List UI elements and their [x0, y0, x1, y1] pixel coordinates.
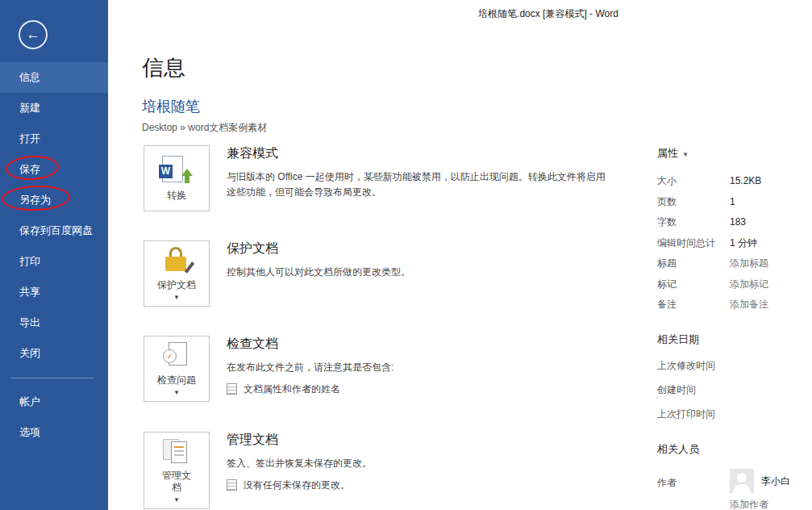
sidebar-item-new[interactable]: 新建 [0, 93, 108, 123]
add-comments-link[interactable]: 添加备注 [730, 298, 768, 311]
protect-document-button[interactable]: 保护文档 ▾ [144, 240, 210, 307]
property-row-editing-time: 编辑时间总计 1 分钟 [657, 236, 810, 250]
document-title: 培根随笔 [142, 97, 200, 116]
manage-bullet-row: 没有任何未保存的更改。 [227, 479, 372, 492]
property-label: 字数 [657, 215, 730, 229]
sidebar-item-share[interactable]: 共享 [0, 277, 108, 307]
property-row-comments: 备注 添加备注 [657, 298, 810, 311]
manage-bullet-text: 没有任何未保存的更改。 [244, 479, 350, 492]
sidebar-item-account[interactable]: 帐户 [0, 387, 108, 417]
manage-button-label: 管理文档 [159, 470, 194, 494]
check-issues-button-label: 检查问题 [157, 374, 196, 387]
property-label: 编辑时间总计 [657, 236, 730, 250]
add-author-link[interactable]: 添加作者 [730, 498, 810, 510]
property-label: 标记 [657, 278, 730, 291]
back-arrow-icon: ← [27, 27, 40, 43]
last-modified-label: 上次修改时间 [657, 359, 810, 373]
author-person[interactable]: 李小白 [730, 469, 790, 493]
page-title: 信息 [142, 53, 185, 82]
chevron-down-icon: ▾ [684, 150, 688, 158]
property-row-size: 大小 15.2KB [657, 174, 810, 188]
manage-description: 签入、签出并恢复未保存的更改。 [227, 456, 372, 471]
inspect-heading: 检查文档 [227, 336, 394, 353]
inspect-bullet-text: 文档属性和作者的姓名 [244, 382, 340, 396]
unsaved-changes-icon [227, 479, 237, 491]
convert-button-label: 转换 [167, 190, 186, 202]
property-value: 15.2KB [730, 175, 761, 186]
property-row-pages: 页数 1 [657, 195, 810, 209]
author-row: 作者 李小白 [657, 469, 810, 493]
related-people-title: 相关人员 [657, 442, 810, 457]
properties-dropdown[interactable]: 属性 ▾ [657, 146, 810, 161]
back-button[interactable]: ← [19, 20, 48, 49]
last-printed-label: 上次打印时间 [657, 408, 810, 421]
add-tag-link[interactable]: 添加标记 [730, 278, 768, 291]
inspect-bullet-row: 文档属性和作者的姓名 [227, 382, 394, 396]
created-label: 创建时间 [657, 383, 810, 397]
property-label: 页数 [657, 195, 730, 209]
related-dates-title: 相关日期 [657, 332, 810, 347]
add-title-link[interactable]: 添加标题 [730, 257, 768, 270]
manage-document-button[interactable]: 管理文档 ▾ [144, 432, 210, 509]
property-value: 183 [730, 216, 746, 228]
property-label: 大小 [657, 174, 730, 188]
manage-text: 管理文档 签入、签出并恢复未保存的更改。 没有任何未保存的更改。 [227, 432, 372, 509]
protect-button-label: 保护文档 [157, 279, 196, 291]
manage-section: 管理文档 ▾ 管理文档 签入、签出并恢复未保存的更改。 没有任何未保存的更改。 [144, 432, 372, 509]
convert-button[interactable]: W 转换 [144, 145, 210, 211]
sidebar-item-export[interactable]: 导出 [0, 307, 108, 338]
protect-section: 保护文档 ▾ 保护文档 控制其他人可以对此文档所做的更改类型。 [144, 240, 410, 307]
inspect-text: 检查文档 在发布此文件之前，请注意其是否包含: 文档属性和作者的姓名 [227, 336, 394, 402]
sidebar-item-open[interactable]: 打开 [0, 123, 108, 154]
title-bar: 培根随笔.docx [兼容模式] - Word [108, 0, 812, 26]
sidebar-divider [11, 378, 94, 378]
related-people-block: 作者 李小白 添加作者 上次修改者 李小白 [657, 469, 810, 510]
word-convert-icon: W [160, 156, 193, 185]
sidebar-item-save[interactable]: 保存 [0, 154, 108, 185]
sidebar-item-print[interactable]: 打印 [0, 246, 108, 277]
inspect-section: ✓ 检查问题 ▾ 检查文档 在发布此文件之前，请注意其是否包含: 文档属性和作者… [144, 336, 394, 402]
window-title: 培根随笔.docx [兼容模式] - Word [478, 7, 618, 21]
property-value: 1 [730, 196, 735, 207]
author-label: 作者 [657, 469, 730, 490]
author-avatar [730, 469, 754, 493]
manage-document-icon [162, 437, 191, 465]
sidebar-item-save-as[interactable]: 另存为 [0, 185, 108, 215]
protect-description: 控制其他人可以对此文档所做的更改类型。 [227, 265, 410, 280]
compatibility-section: W 转换 兼容模式 与旧版本的 Office 一起使用时，某些新功能被禁用，以防… [144, 145, 612, 211]
chevron-down-icon: ▾ [175, 495, 179, 504]
author-name: 李小白 [761, 474, 790, 488]
check-for-issues-button[interactable]: ✓ 检查问题 ▾ [144, 336, 210, 402]
property-label: 备注 [657, 298, 730, 311]
manage-heading: 管理文档 [227, 432, 372, 449]
compatibility-description: 与旧版本的 Office 一起使用时，某些新功能被禁用，以防止出现问题。转换此文… [227, 169, 612, 199]
lock-icon [163, 247, 190, 274]
sidebar-item-options[interactable]: 选项 [0, 417, 108, 448]
inspect-document-icon: ✓ [163, 342, 190, 370]
property-value: 1 分钟 [730, 236, 757, 250]
property-row-tags: 标记 添加标记 [657, 278, 810, 291]
backstage-sidebar: ← 信息 新建 打开 保存 另存为 保存到百度网盘 打印 共享 导出 关闭 帐户… [0, 0, 108, 510]
sidebar-item-save-to-baidu[interactable]: 保存到百度网盘 [0, 215, 108, 246]
compatibility-heading: 兼容模式 [227, 145, 612, 162]
document-path: Desktop » word文档案例素材 [142, 121, 267, 135]
document-properties-icon [227, 383, 237, 395]
chevron-down-icon: ▾ [175, 293, 179, 301]
property-label: 标题 [657, 257, 730, 270]
compatibility-text: 兼容模式 与旧版本的 Office 一起使用时，某些新功能被禁用，以防止出现问题… [227, 145, 612, 211]
chevron-down-icon: ▾ [175, 388, 179, 396]
sidebar-item-close[interactable]: 关闭 [0, 338, 108, 369]
backstage-info-page: 信息 培根随笔 Desktop » word文档案例素材 W 转换 兼容模式 与… [108, 26, 812, 510]
property-row-words: 字数 183 [657, 215, 810, 229]
backstage-menu: 信息 新建 打开 保存 另存为 保存到百度网盘 打印 共享 导出 关闭 帐户 选… [0, 62, 108, 448]
properties-title: 属性 [657, 147, 678, 159]
property-row-title: 标题 添加标题 [657, 257, 810, 270]
inspect-description: 在发布此文件之前，请注意其是否包含: [227, 360, 394, 375]
protect-heading: 保护文档 [227, 240, 410, 257]
sidebar-item-info[interactable]: 信息 [0, 62, 108, 93]
properties-panel: 属性 ▾ 大小 15.2KB 页数 1 字数 183 编辑时间总计 1 分钟 标… [657, 146, 810, 510]
protect-text: 保护文档 控制其他人可以对此文档所做的更改类型。 [227, 240, 410, 307]
